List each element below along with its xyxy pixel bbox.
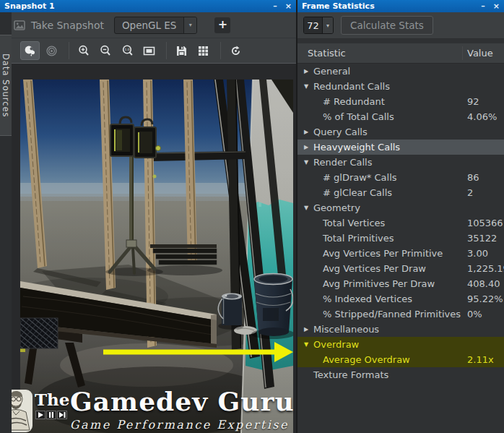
stats-row[interactable]: Average Overdraw2.11x (297, 352, 504, 367)
paint-mode-button[interactable] (20, 41, 40, 60)
close-icon[interactable]: × (493, 2, 500, 10)
column-value[interactable]: Value (467, 48, 493, 59)
stat-label: Heavyweight Calls (313, 142, 400, 153)
stats-row[interactable]: ▶Heavyweight Calls (297, 140, 504, 155)
stat-label: Query Calls (313, 127, 368, 137)
stat-label: # Redundant (323, 96, 385, 107)
stats-row[interactable]: ▼Overdraw (297, 337, 504, 352)
stats-titlebar[interactable]: Frame Statistics – × (297, 0, 504, 12)
toolbar-separator (220, 42, 221, 59)
sidebar-strip: Data Sources (0, 12, 12, 433)
save-icon (175, 45, 188, 57)
add-snapshot-button[interactable]: + (214, 17, 230, 33)
target-mode-button[interactable] (42, 41, 61, 60)
stats-row[interactable]: % of Total Calls4.06% (297, 109, 504, 124)
stats-row[interactable]: # Redundant92 (297, 94, 504, 109)
stat-label: Average Overdraw (323, 354, 410, 365)
stats-row[interactable]: Avg Vertices Per Primitive3.00 (297, 246, 504, 261)
zoom-in-button[interactable] (74, 41, 94, 60)
stat-value: 0% (467, 309, 482, 320)
snapshot-panel: Snapshot 1 – × Take Snapshot OpenGL ES ▾… (0, 0, 296, 433)
stat-label: Avg Vertices Per Primitive (323, 248, 443, 259)
toolbar-separator (166, 42, 167, 59)
svg-text:1.0: 1.0 (124, 48, 129, 51)
stats-title: Frame Statistics (302, 1, 375, 11)
stat-value: 95.22% (467, 293, 503, 304)
minimize-icon[interactable]: – (481, 2, 485, 10)
stat-value: 35122 (467, 233, 497, 244)
stat-label: % Stripped/Fanned Primitives (323, 309, 461, 320)
stats-toolbar: 72 ▾ Calculate Stats (297, 12, 504, 39)
frame-count-spinner[interactable]: 72 ▾ (303, 17, 334, 34)
stat-value: 2.11x (467, 354, 494, 365)
stat-label: # glDraw* Calls (323, 172, 397, 183)
stats-row[interactable]: ▼Redundant Calls (297, 79, 504, 94)
chevron-down-icon[interactable]: ▼ (304, 159, 313, 166)
paint-splat-icon (24, 45, 36, 57)
stat-label: Texture Formats (313, 369, 388, 380)
stats-row[interactable]: ▼Render Calls (297, 155, 504, 170)
grid-button[interactable] (194, 41, 213, 60)
stats-row[interactable]: ▼Geometry (297, 200, 504, 215)
snapshot-titlebar[interactable]: Snapshot 1 – × (0, 0, 296, 12)
stats-table-header: Statistic Value (297, 43, 504, 64)
stat-label: Overdraw (313, 339, 359, 350)
stats-row[interactable]: ▶Query Calls (297, 124, 504, 140)
stats-row[interactable]: Avg Primitives Per Draw408.40 (297, 276, 504, 291)
zoom-out-button[interactable] (96, 41, 116, 60)
stat-label: % Indexed Vertices (323, 293, 412, 304)
take-snapshot-button[interactable]: Take Snapshot (14, 20, 104, 31)
stat-label: Miscellaneous (313, 324, 379, 335)
target-icon (45, 45, 58, 57)
snapshot-image[interactable] (20, 80, 293, 433)
stats-table-body: ▶General▼Redundant Calls# Redundant92% o… (297, 64, 504, 433)
stats-row[interactable]: Avg Vertices Per Draw1,225.19 (297, 261, 504, 276)
stat-label: Avg Vertices Per Draw (323, 263, 426, 274)
save-button[interactable] (172, 41, 191, 60)
stat-value: 408.40 (467, 278, 500, 289)
stat-label: Geometry (313, 202, 360, 213)
tab-data-sources[interactable]: Data Sources (0, 35, 12, 136)
calculate-stats-button[interactable]: Calculate Stats (341, 16, 433, 35)
stats-row[interactable]: % Indexed Vertices95.22% (297, 291, 504, 306)
chevron-down-icon[interactable]: ▼ (304, 205, 313, 211)
chevron-right-icon[interactable]: ▶ (304, 68, 313, 74)
api-selector-value: OpenGL ES (115, 17, 183, 33)
snapshot-icon-toolbar: 1.0 (12, 38, 296, 64)
fit-window-icon (143, 45, 155, 57)
stat-value: 105366 (467, 218, 503, 228)
stat-value: 1,225.19 (467, 263, 504, 274)
refresh-button[interactable] (226, 41, 246, 60)
chevron-down-icon[interactable]: ▾ (322, 17, 333, 33)
frame-count-value: 72 (304, 17, 322, 33)
close-icon[interactable]: × (285, 2, 292, 10)
snapshot-title: Snapshot 1 (4, 1, 55, 11)
chevron-down-icon[interactable]: ▾ (183, 17, 196, 33)
snapshot-toolbar: Take Snapshot OpenGL ES ▾ + (12, 12, 296, 38)
chevron-right-icon[interactable]: ▶ (304, 144, 313, 150)
fit-window-button[interactable] (139, 41, 159, 60)
column-divider[interactable] (462, 46, 463, 60)
stats-row[interactable]: Total Primitives35122 (297, 231, 504, 246)
stat-value: 86 (467, 172, 479, 183)
stats-row[interactable]: Total Vertices105366 (297, 215, 504, 231)
stats-row[interactable]: % Stripped/Fanned Primitives0% (297, 306, 504, 322)
stat-label: Avg Primitives Per Draw (323, 278, 435, 289)
column-statistic[interactable]: Statistic (308, 48, 346, 59)
chevron-right-icon[interactable]: ▶ (304, 326, 313, 333)
stats-row[interactable]: # glClear Calls2 (297, 185, 504, 200)
chevron-down-icon[interactable]: ▼ (304, 83, 313, 90)
stats-row[interactable]: ▶Miscellaneous (297, 322, 504, 337)
chevron-right-icon[interactable]: ▶ (304, 129, 313, 135)
minimize-icon[interactable]: – (273, 2, 277, 10)
stats-row[interactable]: Texture Formats (297, 367, 504, 382)
stat-label: Redundant Calls (313, 81, 390, 92)
chevron-down-icon[interactable]: ▼ (304, 341, 313, 348)
stats-row[interactable]: ▶General (297, 64, 504, 79)
data-sources-label: Data Sources (1, 53, 11, 118)
snapshot-viewport[interactable]: The Gamedev Guru Game Performance Expert… (12, 64, 296, 433)
stats-row[interactable]: # glDraw* Calls86 (297, 170, 504, 185)
api-selector[interactable]: OpenGL ES ▾ (114, 17, 197, 34)
photo-icon (14, 20, 25, 30)
zoom-reset-button[interactable]: 1.0 (118, 41, 137, 60)
